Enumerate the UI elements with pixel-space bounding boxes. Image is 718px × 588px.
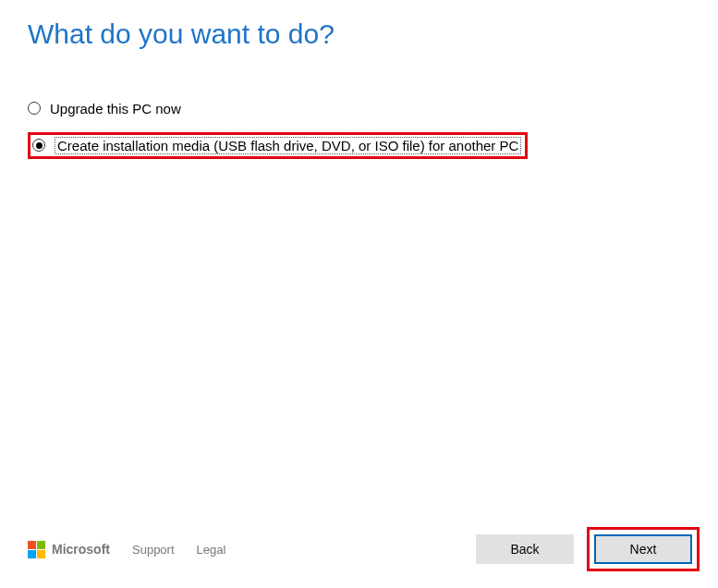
highlight-box: Create installation media (USB flash dri… <box>28 132 528 159</box>
radio-icon <box>32 139 45 152</box>
link-legal[interactable]: Legal <box>197 543 226 557</box>
link-support[interactable]: Support <box>132 543 175 557</box>
radio-icon <box>28 102 41 115</box>
options-group: Upgrade this PC now Create installation … <box>0 50 718 157</box>
option-upgrade[interactable]: Upgrade this PC now <box>28 96 718 120</box>
microsoft-logo-icon <box>28 541 45 558</box>
highlight-box: Next <box>587 527 700 571</box>
back-button[interactable]: Back <box>476 534 574 564</box>
buttons: Back Next <box>476 527 700 571</box>
next-button[interactable]: Next <box>594 534 692 564</box>
option-label: Create installation media (USB flash dri… <box>55 137 521 154</box>
footer: Microsoft Support Legal Back Next <box>28 527 700 571</box>
page-title: What do you want to do? <box>0 0 718 50</box>
option-create-media[interactable]: Create installation media (USB flash dri… <box>28 133 718 157</box>
option-label: Upgrade this PC now <box>50 101 181 116</box>
brand-name: Microsoft <box>52 542 110 557</box>
